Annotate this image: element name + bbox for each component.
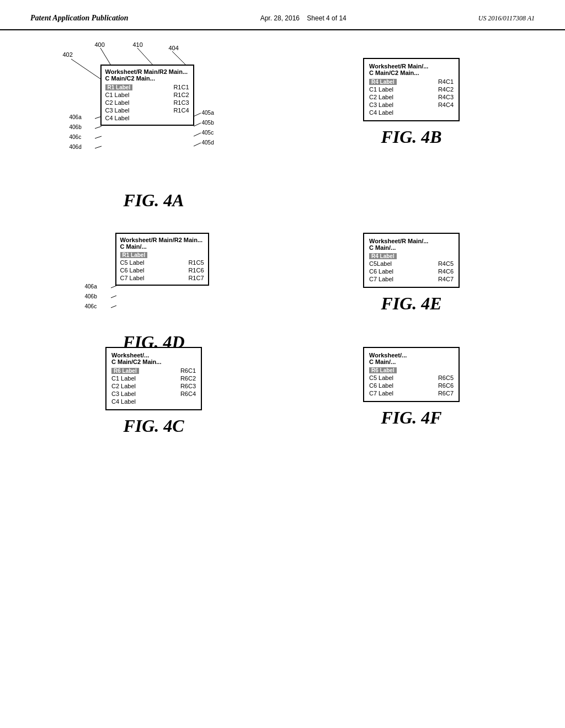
fig4d-rel: 406a 406b 406c Worksheet/R Main/R2 Main.… bbox=[82, 222, 226, 332]
b4c-badge-row: R6 Label R6C1 bbox=[111, 367, 196, 374]
b4c-r4: C4 Label bbox=[111, 398, 196, 405]
b4c-r3: C3 LabelR6C4 bbox=[111, 390, 196, 398]
box-4e: Worksheet/R Main/... C Main/... R4 Label… bbox=[363, 233, 460, 288]
ca4d-r1c6: 406b bbox=[85, 293, 97, 299]
b4a-r1c1: R1C1 bbox=[173, 84, 189, 90]
final-header-center: Apr. 28, 2016 Sheet 4 of 14 bbox=[260, 14, 347, 22]
cell-4a: 400 410 402 404 406a 406b 406c 406d 405a… bbox=[33, 41, 274, 211]
b4b-t2: C Main/C2 Main... bbox=[369, 69, 454, 76]
svg-line-45 bbox=[111, 296, 116, 298]
b4e-r2: C6 LabelR4C6 bbox=[369, 267, 454, 275]
svg-line-44 bbox=[111, 286, 116, 288]
b4d-badge-row: R1 Label bbox=[120, 251, 204, 259]
b4f-t2: C Main/... bbox=[369, 358, 454, 365]
ca4d-r1c7: 406c bbox=[85, 303, 97, 309]
box-4a: Worksheet/R Main/R2 Main... C Main/C2 Ma… bbox=[100, 65, 194, 126]
b4f-r1: C5 LabelR6C5 bbox=[369, 374, 454, 382]
b4e-r3: C7 LabelR4C7 bbox=[369, 275, 454, 283]
b4f-r2: C6 LabelR6C6 bbox=[369, 382, 454, 389]
svg-line-42 bbox=[194, 133, 201, 136]
b4d-r3: C7 LabelR1C7 bbox=[120, 274, 204, 282]
b4a-badge-row: R1 Label R1C1 bbox=[105, 83, 189, 91]
b4f-r3: C7 LabelR6C7 bbox=[369, 389, 454, 397]
ca-400: 400 bbox=[95, 41, 105, 48]
box-4d: Worksheet/R Main/R2 Main... C Main/... R… bbox=[115, 233, 209, 286]
b4e-badge: R4 Label bbox=[369, 253, 397, 259]
ca4d-r1c5: 406a bbox=[85, 283, 97, 290]
ca-402: 402 bbox=[63, 51, 73, 58]
b4c-r2: C2 LabelR6C3 bbox=[111, 382, 196, 390]
b4d-r1: C5 LabelR1C5 bbox=[120, 259, 204, 266]
box-4b: Worksheet/R Main/... C Main/C2 Main... R… bbox=[363, 58, 460, 121]
b4b-r2: C2 LabelR4C3 bbox=[369, 93, 454, 101]
ca-405b: 405b bbox=[202, 120, 214, 126]
b4d-t2: C Main/... bbox=[120, 243, 204, 250]
b4c-r1: C1 LabelR6C2 bbox=[111, 374, 196, 382]
ca-410: 410 bbox=[133, 41, 143, 48]
svg-line-33 bbox=[137, 48, 154, 66]
fig4a-rel: 400 410 402 404 406a 406b 406c 406d 405a… bbox=[63, 41, 245, 190]
b4e-r1: C5LabelR4C5 bbox=[369, 260, 454, 267]
ca-406a: 406a bbox=[70, 114, 82, 120]
b4b-r4c1: R4C1 bbox=[438, 78, 454, 85]
ca-405a: 405a bbox=[202, 110, 214, 116]
svg-line-46 bbox=[111, 306, 116, 308]
cell-4c: Worksheet/... C Main/C2 Main... R6 Label… bbox=[33, 347, 274, 436]
b4b-r4: C4 Label bbox=[369, 109, 454, 116]
b4d-badge: R1 Label bbox=[120, 252, 148, 258]
b4c-badge: R6 Label bbox=[111, 368, 139, 374]
final-header-left: Patent Application Publication bbox=[30, 14, 129, 23]
cell-4d: 406a 406b 406c Worksheet/R Main/R2 Main.… bbox=[33, 222, 274, 352]
ca-406d: 406d bbox=[70, 144, 82, 150]
b4a-badge: R1 Label bbox=[105, 84, 133, 90]
ca-404: 404 bbox=[169, 45, 179, 51]
b4b-r3: C3 LabelR4C4 bbox=[369, 101, 454, 109]
b4b-badge: R4 Label bbox=[369, 79, 397, 85]
b4a-r4: C4 Label bbox=[105, 114, 189, 122]
box-4f: Worksheet/... C Main/... R6 Label C5 Lab… bbox=[363, 347, 460, 402]
cap-4a: FIG. 4A bbox=[123, 190, 184, 211]
b4b-r1: C1 LabelR4C2 bbox=[369, 85, 454, 93]
b4b-badge-row: R4 Label R4C1 bbox=[369, 78, 454, 85]
b4a-r2: C2 LabelR1C3 bbox=[105, 99, 189, 106]
b4a-r3: C3 LabelR1C4 bbox=[105, 106, 189, 114]
svg-line-41 bbox=[194, 123, 201, 126]
b4e-t2: C Main/... bbox=[369, 244, 454, 251]
cell-4b: Worksheet/R Main/... C Main/C2 Main... R… bbox=[291, 58, 532, 211]
cap-4f: FIG. 4F bbox=[381, 408, 441, 428]
box-4c: Worksheet/... C Main/C2 Main... R6 Label… bbox=[105, 347, 202, 410]
b4e-badge-row: R4 Label bbox=[369, 253, 454, 260]
b4a-t2: C Main/C2 Main... bbox=[105, 75, 189, 82]
svg-line-43 bbox=[194, 143, 201, 146]
b4d-t1: Worksheet/R Main/R2 Main... bbox=[120, 237, 204, 243]
content-grid: 400 410 402 404 406a 406b 406c 406d 405a… bbox=[0, 30, 565, 447]
svg-line-34 bbox=[71, 59, 100, 79]
b4f-badge-row: R6 Label bbox=[369, 367, 454, 374]
b4f-badge: R6 Label bbox=[369, 367, 397, 373]
ca-406b: 406b bbox=[70, 124, 82, 130]
svg-line-37 bbox=[95, 126, 102, 129]
b4a-r1: C1 LabelR1C2 bbox=[105, 91, 189, 99]
complete-layout: Patent Application Publication Apr. 28, … bbox=[0, 0, 565, 728]
cell-4f: Worksheet/... C Main/... R6 Label C5 Lab… bbox=[291, 347, 532, 436]
b4c-t1: Worksheet/... bbox=[111, 352, 196, 358]
final-header-right: US 2016/0117308 A1 bbox=[478, 14, 535, 23]
svg-line-38 bbox=[95, 136, 102, 138]
cap-4c: FIG. 4C bbox=[123, 416, 184, 436]
b4f-t1: Worksheet/... bbox=[369, 352, 454, 358]
final-header: Patent Application Publication Apr. 28, … bbox=[0, 0, 565, 30]
b4c-r6c1: R6C1 bbox=[180, 367, 196, 374]
b4b-t1: Worksheet/R Main/... bbox=[369, 63, 454, 69]
b4d-r2: C6 LabelR1C6 bbox=[120, 266, 204, 274]
b4e-t1: Worksheet/R Main/... bbox=[369, 238, 454, 244]
svg-line-40 bbox=[194, 113, 201, 116]
ca-406c: 406c bbox=[70, 134, 82, 140]
b4c-t2: C Main/C2 Main... bbox=[111, 358, 196, 365]
svg-line-39 bbox=[95, 146, 102, 148]
cap-4b: FIG. 4B bbox=[381, 127, 441, 147]
ca-405d: 405d bbox=[202, 140, 214, 146]
svg-line-32 bbox=[100, 48, 111, 66]
cap-4e: FIG. 4E bbox=[381, 293, 441, 314]
b4a-t1: Worksheet/R Main/R2 Main... bbox=[105, 68, 189, 75]
cell-4e: Worksheet/R Main/... C Main/... R4 Label… bbox=[291, 222, 532, 352]
